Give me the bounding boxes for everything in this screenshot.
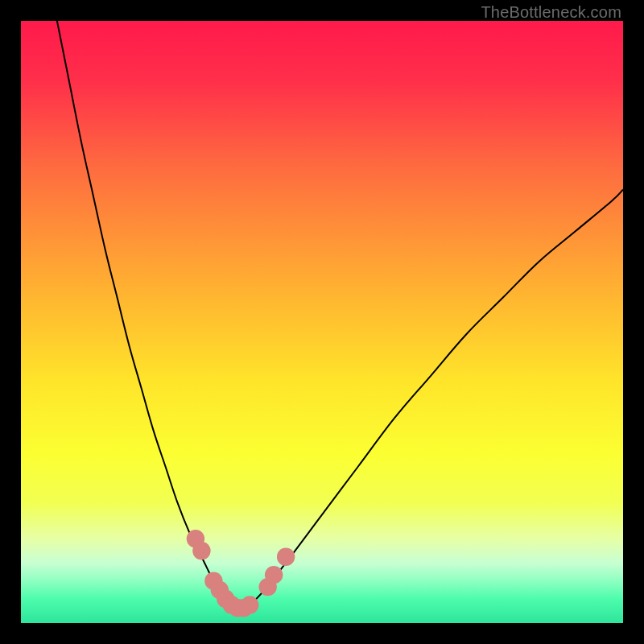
- marker-dot: [277, 548, 295, 566]
- chart-frame: TheBottleneck.com: [0, 0, 644, 644]
- plot-area: [21, 21, 623, 623]
- bottleneck-curve: [57, 21, 623, 612]
- curve-layer: [21, 21, 623, 623]
- marker-dot: [241, 596, 258, 613]
- watermark-text: TheBottleneck.com: [481, 3, 621, 22]
- marker-dot: [265, 566, 283, 584]
- marker-group: [187, 530, 295, 617]
- marker-dot: [192, 542, 210, 559]
